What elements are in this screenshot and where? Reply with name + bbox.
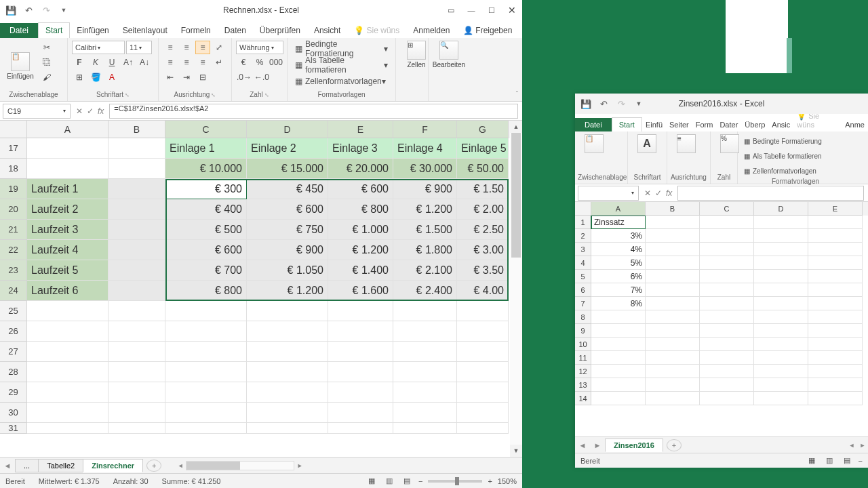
increase-decimal-icon[interactable]: .0→ xyxy=(236,70,252,84)
cell[interactable] xyxy=(754,324,808,338)
font-group-2[interactable]: A xyxy=(631,134,663,153)
tab-seitenlayout-2[interactable]: Seiter xyxy=(666,118,692,131)
tab-start-2[interactable]: Start xyxy=(612,117,642,131)
cell[interactable] xyxy=(457,342,509,362)
rowhead-19[interactable]: 19 xyxy=(0,179,27,199)
cell[interactable] xyxy=(27,423,108,434)
hscroll-track[interactable] xyxy=(186,461,294,470)
cell[interactable]: € 4.00 xyxy=(457,281,509,301)
zoom-out-icon[interactable]: − xyxy=(418,477,422,485)
cell[interactable] xyxy=(646,310,700,324)
rowhead-21[interactable]: 21 xyxy=(0,220,27,240)
conditional-formatting-button[interactable]: ▦ Bedingte Formatierung ▾ xyxy=(292,42,391,56)
cell[interactable] xyxy=(700,351,754,365)
grow-font-icon[interactable]: A↑ xyxy=(121,56,136,69)
qat-custom-icon[interactable]: ▼ xyxy=(58,5,69,16)
cell[interactable]: € 50.00 xyxy=(457,159,509,179)
cell[interactable] xyxy=(700,229,754,243)
italic-button[interactable]: K xyxy=(88,56,103,69)
formula-input[interactable]: =C$18*Zinsen2016.xlsx!$A2 xyxy=(109,104,518,119)
cell[interactable] xyxy=(754,351,808,365)
rowhead-3[interactable]: 3 xyxy=(575,243,591,256)
enter-formula-icon-2[interactable]: ✓ xyxy=(655,188,662,198)
cell[interactable] xyxy=(108,138,165,159)
cell[interactable] xyxy=(393,423,457,434)
wrap-text-icon[interactable]: ↵ xyxy=(212,56,226,69)
cell[interactable]: € 600 xyxy=(247,199,328,220)
cell[interactable]: 8% xyxy=(591,297,646,310)
cell[interactable] xyxy=(247,382,328,403)
cell[interactable] xyxy=(108,199,165,220)
cell[interactable]: Laufzeit 6 xyxy=(27,281,108,301)
cell[interactable] xyxy=(108,321,165,342)
cell[interactable] xyxy=(108,362,165,382)
cell[interactable]: € 1.200 xyxy=(328,240,393,260)
cell[interactable] xyxy=(754,270,808,283)
rowhead-6[interactable]: 6 xyxy=(575,283,591,297)
rowhead-2[interactable]: 2 xyxy=(575,229,591,243)
cell[interactable] xyxy=(108,220,165,240)
tab-seitenlayout[interactable]: Seitenlayout xyxy=(116,23,174,38)
cell[interactable]: € 900 xyxy=(393,179,457,199)
align-middle-icon[interactable]: ≡ xyxy=(179,41,194,54)
minimize-icon[interactable]: — xyxy=(461,0,481,20)
cell[interactable] xyxy=(700,216,754,229)
paste-button-2[interactable]: 📋 xyxy=(578,134,610,153)
cell[interactable] xyxy=(754,229,808,243)
cell[interactable] xyxy=(754,310,808,324)
cell[interactable] xyxy=(328,301,393,321)
colhead-e[interactable]: E xyxy=(328,121,393,138)
cell[interactable]: 7% xyxy=(591,283,646,297)
cell[interactable]: € 1.500 xyxy=(393,220,457,240)
indent-decrease-icon[interactable]: ⇤ xyxy=(163,70,178,84)
cell[interactable] xyxy=(646,229,700,243)
cell[interactable] xyxy=(646,392,700,405)
comma-icon[interactable]: 000 xyxy=(269,56,283,69)
tab-einfuegen[interactable]: Einfügen xyxy=(70,23,115,38)
colhead-f[interactable]: F xyxy=(393,121,457,138)
cell[interactable] xyxy=(165,423,247,434)
format-painter-icon[interactable]: 🖌 xyxy=(39,70,54,84)
cell[interactable] xyxy=(646,256,700,270)
cell[interactable] xyxy=(700,392,754,405)
cell[interactable] xyxy=(27,321,108,342)
cell[interactable] xyxy=(393,382,457,403)
cells-button[interactable]: ⊞ Zellen xyxy=(400,41,433,68)
cell[interactable] xyxy=(808,283,863,297)
cell[interactable] xyxy=(808,365,863,378)
select-all-corner[interactable] xyxy=(0,121,27,138)
add-sheet-icon[interactable]: + xyxy=(146,460,161,472)
fill-color-icon[interactable]: 🪣 xyxy=(88,70,103,84)
font-size-combo[interactable]: 11▾ xyxy=(126,41,152,54)
rowhead-22[interactable]: 22 xyxy=(0,240,27,260)
cell[interactable] xyxy=(27,342,108,362)
cell[interactable] xyxy=(754,243,808,256)
cell[interactable]: 3% xyxy=(591,229,646,243)
cell[interactable]: Zinssatz xyxy=(591,216,646,229)
view-page-layout-icon-2[interactable]: ▥ xyxy=(823,455,835,466)
indent-increase-icon[interactable]: ⇥ xyxy=(179,70,194,84)
cell[interactable]: € 1.600 xyxy=(328,281,393,301)
cell[interactable] xyxy=(393,321,457,342)
cell[interactable] xyxy=(591,338,646,351)
cell[interactable] xyxy=(754,283,808,297)
colhead-c[interactable]: C xyxy=(165,121,247,138)
cell[interactable] xyxy=(646,243,700,256)
align-right-icon[interactable]: ≡ xyxy=(195,56,210,69)
cell[interactable] xyxy=(108,423,165,434)
cell[interactable]: Laufzeit 1 xyxy=(27,179,108,199)
cell[interactable] xyxy=(108,382,165,403)
rowhead-30[interactable]: 30 xyxy=(0,403,27,423)
cell[interactable] xyxy=(700,297,754,310)
cancel-formula-icon[interactable]: ✕ xyxy=(76,106,83,116)
colhead-g[interactable]: G xyxy=(457,121,509,138)
cell[interactable] xyxy=(700,338,754,351)
cell[interactable] xyxy=(646,351,700,365)
cell[interactable] xyxy=(808,310,863,324)
decrease-decimal-icon[interactable]: ←.0 xyxy=(254,70,270,84)
spreadsheet-grid-2[interactable]: A B C D E 1Zinssatz23%34%45%56%67%78%891… xyxy=(575,202,868,436)
borders-icon[interactable]: ⊞ xyxy=(72,70,87,84)
tab-datei-2[interactable]: Datei xyxy=(575,118,612,131)
cell[interactable] xyxy=(247,403,328,423)
colhead-e-2[interactable]: E xyxy=(808,202,863,216)
